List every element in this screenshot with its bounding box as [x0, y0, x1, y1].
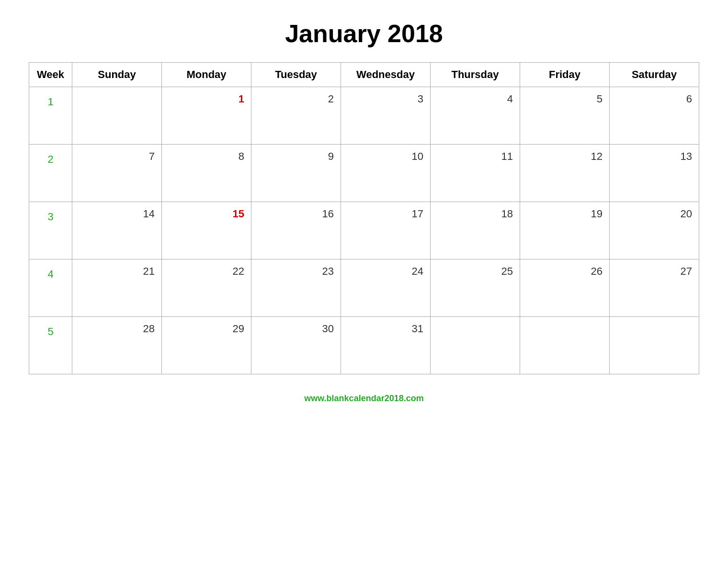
day-cell [431, 317, 520, 374]
col-sunday: Sunday [72, 63, 162, 87]
day-cell: 30 [251, 317, 341, 374]
day-cell: 5 [520, 87, 610, 145]
day-number: 20 [614, 206, 694, 220]
day-cell: 1 [162, 87, 251, 145]
day-number: 8 [167, 148, 246, 163]
week-cell: 1 [29, 87, 72, 145]
week-number: 3 [34, 206, 67, 223]
day-cell: 20 [610, 202, 699, 259]
day-cell: 22 [162, 259, 251, 317]
day-cell: 16 [251, 202, 341, 259]
day-number: 27 [614, 263, 694, 278]
footer: www.blankcalendar2018.com [304, 393, 423, 404]
calendar-row: 528293031 [29, 317, 699, 374]
calendar-row: 314151617181920 [29, 202, 699, 259]
day-number: 15 [167, 206, 246, 220]
day-cell [610, 317, 699, 374]
day-number: 25 [435, 263, 515, 278]
day-number: 12 [525, 148, 604, 163]
week-number: 2 [34, 148, 67, 166]
day-number: 30 [256, 321, 336, 335]
day-cell: 28 [72, 317, 162, 374]
calendar-row: 1123456 [29, 87, 699, 145]
day-cell: 23 [251, 259, 341, 317]
footer-url: www.blankcalendar2018.com [304, 393, 423, 403]
calendar-row: 278910111213 [29, 145, 699, 202]
day-number: 4 [435, 91, 515, 105]
day-number: 14 [77, 206, 157, 220]
col-saturday: Saturday [610, 63, 699, 87]
page-title: January 2018 [285, 19, 443, 48]
col-thursday: Thursday [431, 63, 520, 87]
day-cell: 2 [251, 87, 341, 145]
day-number: 28 [77, 321, 157, 335]
week-cell: 4 [29, 259, 72, 317]
day-cell: 24 [341, 259, 431, 317]
day-cell: 6 [610, 87, 699, 145]
day-cell: 19 [520, 202, 610, 259]
calendar-table: Week Sunday Monday Tuesday Wednesday Thu… [29, 62, 699, 374]
day-number: 23 [256, 263, 336, 278]
day-cell: 13 [610, 145, 699, 202]
day-cell [72, 87, 162, 145]
day-cell: 4 [431, 87, 520, 145]
day-cell: 15 [162, 202, 251, 259]
day-number: 31 [346, 321, 425, 335]
day-number: 1 [167, 91, 246, 105]
day-number: 2 [256, 91, 336, 105]
day-number: 13 [614, 148, 694, 163]
col-tuesday: Tuesday [251, 63, 341, 87]
day-cell: 31 [341, 317, 431, 374]
day-number: 11 [435, 148, 515, 163]
day-cell: 7 [72, 145, 162, 202]
week-number: 4 [34, 263, 67, 281]
week-number: 5 [34, 321, 67, 338]
day-cell: 17 [341, 202, 431, 259]
day-number: 9 [256, 148, 336, 163]
day-cell: 25 [431, 259, 520, 317]
week-number: 1 [34, 91, 67, 108]
col-monday: Monday [162, 63, 251, 87]
col-friday: Friday [520, 63, 610, 87]
col-wednesday: Wednesday [341, 63, 431, 87]
day-number: 16 [256, 206, 336, 220]
day-cell [520, 317, 610, 374]
day-cell: 18 [431, 202, 520, 259]
day-cell: 3 [341, 87, 431, 145]
day-cell: 12 [520, 145, 610, 202]
day-cell: 29 [162, 317, 251, 374]
day-number: 21 [77, 263, 157, 278]
day-number: 5 [525, 91, 604, 105]
day-cell: 14 [72, 202, 162, 259]
day-cell: 9 [251, 145, 341, 202]
day-cell: 10 [341, 145, 431, 202]
day-number: 26 [525, 263, 604, 278]
day-cell: 8 [162, 145, 251, 202]
day-number: 18 [435, 206, 515, 220]
day-cell: 21 [72, 259, 162, 317]
calendar-row: 421222324252627 [29, 259, 699, 317]
day-number: 24 [346, 263, 425, 278]
day-number: 29 [167, 321, 246, 335]
week-cell: 5 [29, 317, 72, 374]
day-number: 19 [525, 206, 604, 220]
day-number: 10 [346, 148, 425, 163]
day-number: 7 [77, 148, 157, 163]
day-number: 22 [167, 263, 246, 278]
day-number: 3 [346, 91, 425, 105]
day-cell: 27 [610, 259, 699, 317]
day-number: 6 [614, 91, 694, 105]
week-cell: 2 [29, 145, 72, 202]
week-cell: 3 [29, 202, 72, 259]
day-number: 17 [346, 206, 425, 220]
col-week: Week [29, 63, 72, 87]
header-row: Week Sunday Monday Tuesday Wednesday Thu… [29, 63, 699, 87]
day-cell: 26 [520, 259, 610, 317]
day-cell: 11 [431, 145, 520, 202]
